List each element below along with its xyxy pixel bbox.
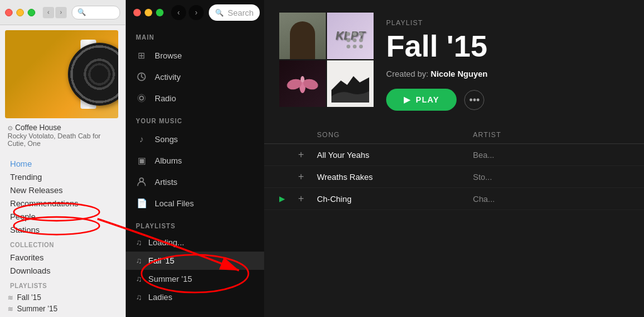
nav-label-home: Home xyxy=(10,159,32,169)
search-icon: 🔍 xyxy=(77,8,86,16)
spotify-playlist-loading[interactable]: ♫ Loading... xyxy=(126,233,264,252)
nav-item-people[interactable]: People xyxy=(0,210,126,223)
song-row-3[interactable]: ▶ + Ch-Ching Cha... xyxy=(264,188,644,210)
playlist-creator: Created by: Nicole Nguyen xyxy=(386,69,629,79)
music-note-icon-fall15: ♫ xyxy=(136,256,142,265)
left-panel: ‹ › 🔍 ⊙ Coffee House Rocky Votolato, Dea… xyxy=(0,0,126,317)
album-title: Coffee House xyxy=(15,123,61,132)
nav-item-stations[interactable]: Stations xyxy=(0,223,126,236)
maximize-button[interactable] xyxy=(28,9,35,16)
close-button[interactable] xyxy=(5,9,13,16)
nav-item-new-releases[interactable]: New Releases xyxy=(0,184,126,197)
location-icon: ⊙ xyxy=(8,125,13,131)
creator-name: Nicole Nguyen xyxy=(431,69,487,79)
songs-label: Songs xyxy=(155,135,178,144)
spotify-search-placeholder: Search xyxy=(228,8,253,18)
playlist-icon-fall15: ≋ xyxy=(8,294,13,302)
spotify-nav-artists[interactable]: Artists xyxy=(126,171,264,192)
nav-label-trending: Trending xyxy=(10,172,42,182)
nav-label-favorites: Favorites xyxy=(10,253,43,262)
svg-point-13 xyxy=(347,45,350,48)
song-artist-1: Bea... xyxy=(473,150,629,160)
add-song-3[interactable]: + xyxy=(298,193,317,204)
spotify-close-button[interactable] xyxy=(133,9,141,16)
svg-point-8 xyxy=(353,32,357,36)
more-options-button[interactable]: ••• xyxy=(464,90,484,110)
svg-point-14 xyxy=(353,45,357,48)
spotify-maximize-button[interactable] xyxy=(156,9,164,16)
album-thumb-3 xyxy=(279,60,326,107)
spotify-playlist-fall15[interactable]: ♫ Fall '15 xyxy=(126,252,264,270)
nav-item-recommendations[interactable]: Recommendations xyxy=(0,197,126,210)
spotify-nav-activity[interactable]: Activity xyxy=(126,66,264,87)
album-art-landscape xyxy=(331,65,369,103)
spotify-titlebar: ‹ › 🔍 Search xyxy=(126,0,264,25)
spotify-sidebar: ‹ › 🔍 Search MAIN ⊞ Browse Activity xyxy=(126,0,264,317)
add-song-2[interactable]: + xyxy=(298,171,317,182)
spotify-minimize-button[interactable] xyxy=(145,9,152,16)
artists-icon xyxy=(136,176,147,187)
svg-point-7 xyxy=(347,32,350,36)
albums-icon: ▣ xyxy=(136,155,147,166)
spotify-playlists-header: PLAYLISTS xyxy=(126,214,264,233)
album-artist: Rocky Votolato, Death Cab for Cutie, One xyxy=(8,132,118,147)
dots-decoration xyxy=(345,31,370,56)
finder-search-bar[interactable]: 🔍 xyxy=(72,6,120,19)
nav-item-home[interactable]: Home xyxy=(0,157,126,170)
spotify-nav-songs[interactable]: ♪ Songs xyxy=(126,128,264,150)
minimize-button[interactable] xyxy=(16,9,24,16)
nav-label-downloads: Downloads xyxy=(10,266,50,275)
music-note-icon-loading: ♫ xyxy=(136,238,142,247)
album-thumb-4 xyxy=(327,60,374,107)
playlist-title: Fall '15 xyxy=(386,31,629,62)
back-arrow[interactable]: ‹ xyxy=(43,7,54,18)
song-row-1[interactable]: + All Your Yeahs Bea... xyxy=(264,144,644,166)
songs-table-header: SONG ARTIST xyxy=(264,126,644,144)
song-row-2[interactable]: + Wreaths Rakes Sto... xyxy=(264,166,644,188)
spotify-nav-browse[interactable]: ⊞ Browse xyxy=(126,45,264,66)
add-song-1[interactable]: + xyxy=(298,149,317,160)
forward-arrow[interactable]: › xyxy=(55,7,67,18)
header-song: SONG xyxy=(317,131,473,138)
svg-point-3 xyxy=(140,96,143,100)
playlist-item-best2013[interactable]: ≋ Best of 2013 — Albums xyxy=(0,314,126,317)
nav-item-trending[interactable]: Trending xyxy=(0,170,126,184)
album-art-moth xyxy=(279,60,326,107)
local-files-icon: 📄 xyxy=(136,197,147,209)
activity-label: Activity xyxy=(155,72,180,82)
spotify-search-icon: 🔍 xyxy=(215,9,224,17)
spotify-nav: MAIN ⊞ Browse Activity Radio xyxy=(126,25,264,317)
nav-label-people: People xyxy=(10,212,35,221)
song-artist-2: Sto... xyxy=(473,172,629,182)
playlist-type-label: PLAYLIST xyxy=(386,19,629,26)
collection-header: COLLECTION xyxy=(0,236,126,251)
playlist-item-summer15[interactable]: ≋ Summer '15 xyxy=(0,303,126,314)
now-playing-icon: ▶ xyxy=(279,194,298,203)
header-add xyxy=(298,131,317,138)
spotify-search-bar[interactable]: 🔍 Search xyxy=(209,4,260,21)
album-collage: KLPT xyxy=(279,13,374,107)
spotify-playlist-ladies[interactable]: ♫ Ladies xyxy=(126,288,264,306)
play-triangle-icon: ▶ xyxy=(404,95,411,104)
spotify-back-arrow[interactable]: ‹ xyxy=(171,5,186,20)
playlist-fall15-label: Fall '15 xyxy=(148,256,175,265)
album-info: ⊙ Coffee House Rocky Votolato, Death Cab… xyxy=(5,123,121,147)
playlist-label-fall15: Fall '15 xyxy=(17,293,41,302)
playlist-summer15-label: Summer '15 xyxy=(148,274,192,284)
spotify-nav-local[interactable]: 📄 Local Files xyxy=(126,192,264,214)
playlist-icon-summer15: ≋ xyxy=(8,305,13,313)
album-thumb-1 xyxy=(279,13,326,59)
nav-item-downloads[interactable]: Downloads xyxy=(0,264,126,277)
spotify-forward-arrow[interactable]: › xyxy=(189,5,204,20)
nav-item-favorites[interactable]: Favorites xyxy=(0,251,126,264)
playlist-item-fall15[interactable]: ≋ Fall '15 xyxy=(0,292,126,303)
svg-point-15 xyxy=(359,45,363,48)
song-name-1: All Your Yeahs xyxy=(317,150,473,160)
play-label: PLAY xyxy=(416,95,439,104)
play-button[interactable]: ▶ PLAY xyxy=(386,89,457,111)
spotify-playlist-summer15[interactable]: ♫ Summer '15 xyxy=(126,270,264,288)
spotify-nav-albums[interactable]: ▣ Albums xyxy=(126,150,264,171)
local-label: Local Files xyxy=(155,199,194,208)
radio-label: Radio xyxy=(155,94,176,103)
spotify-nav-radio[interactable]: Radio xyxy=(126,87,264,109)
